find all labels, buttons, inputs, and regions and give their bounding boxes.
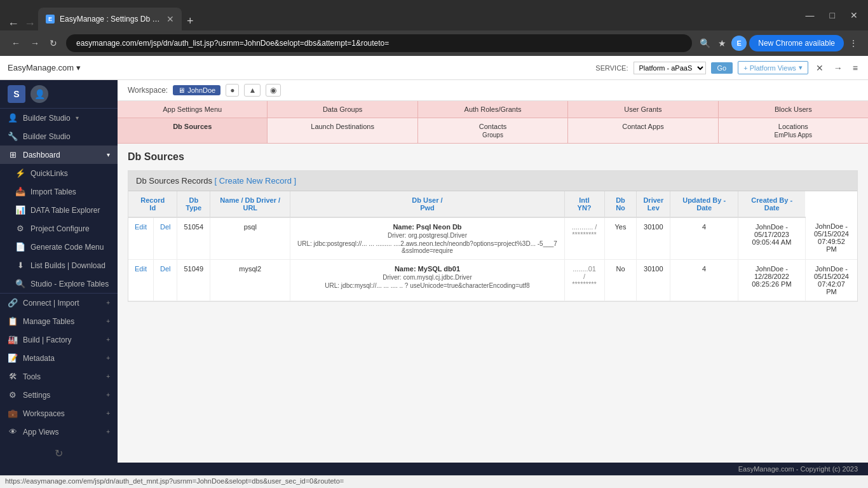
tab-title: EasyManage : Settings Db Sour... xyxy=(60,15,161,24)
workspaces-icon: 💼 xyxy=(8,409,18,418)
nav-tab-db-sources[interactable]: Db Sources xyxy=(118,118,268,143)
sidebar-project-configure-label: Project Configure xyxy=(31,224,90,233)
platform-views-button[interactable]: + Platform Views ▾ xyxy=(738,61,808,74)
app-logo[interactable]: EasyManage.com ▾ xyxy=(8,63,81,72)
nav-tab-app-settings[interactable]: App Settings Menu xyxy=(118,101,268,118)
app-logo-arrow: ▾ xyxy=(76,63,81,72)
settings-expand-icon: + xyxy=(106,391,110,398)
sidebar-item-quicklinks[interactable]: ⚡ QuickLinks xyxy=(0,164,118,182)
window-controls: — □ ✕ xyxy=(801,8,863,23)
user-avatar-icon: 👤 xyxy=(31,85,48,103)
nav-tab-contacts[interactable]: Contacts Groups xyxy=(418,118,568,143)
app-views-expand-icon: + xyxy=(106,428,110,435)
sidebar-builder-studio-label: Builder Studio xyxy=(23,132,71,141)
edit-link-1[interactable]: Edit xyxy=(128,217,153,260)
sidebar-item-metadata[interactable]: 📝 Metadata + xyxy=(0,349,118,367)
create-new-record-link[interactable]: [ Create New Record ] xyxy=(215,176,297,186)
sidebar-item-build-factory[interactable]: 🏭 Build | Factory + xyxy=(0,330,118,349)
page-title: Db Sources xyxy=(128,151,858,163)
service-select[interactable]: Platform - aPaaS xyxy=(634,62,706,74)
db-user-pwd-2: ........01 / ********* xyxy=(564,260,604,301)
new-chrome-button[interactable]: New Chrome available xyxy=(749,35,844,51)
refresh-button[interactable]: ↻ xyxy=(46,36,61,51)
sidebar-item-app-views[interactable]: 👁 App Views + xyxy=(0,423,118,441)
del-link-1[interactable]: Del xyxy=(153,217,177,260)
sidebar-item-builder-studio[interactable]: 🔧 Builder Studio xyxy=(0,127,118,146)
workspace-badge[interactable]: 🖥 JohnDoe xyxy=(173,85,220,95)
records-section: Db Sources Records [ Create New Record ]… xyxy=(128,170,858,302)
nav-tab-block-users[interactable]: Block Users xyxy=(719,101,868,118)
record-id-1: 51054 xyxy=(177,217,210,260)
nav-icon[interactable]: → xyxy=(831,62,845,74)
sidebar-bottom: ↻ xyxy=(0,441,118,466)
nav-forward[interactable]: → xyxy=(22,17,38,30)
address-input[interactable] xyxy=(66,34,692,52)
user-icon: 👤 xyxy=(8,113,18,123)
nav-tab-user-grants[interactable]: User Grants xyxy=(568,101,718,118)
edit-link-2[interactable]: Edit xyxy=(128,260,153,301)
nav-tab-contact-apps[interactable]: Contact Apps xyxy=(568,118,718,143)
workspace-icon-2[interactable]: ▲ xyxy=(244,84,261,97)
sidebar-item-generate-code[interactable]: 📄 Generate Code Menu xyxy=(0,238,118,256)
nav-back[interactable]: ← xyxy=(5,17,22,30)
new-tab-button[interactable]: + xyxy=(182,12,199,30)
app-wrapper: EasyManage.com ▾ SERVICE: Platform - aPa… xyxy=(0,56,868,475)
app-logo-text: EasyManage.com xyxy=(8,63,74,72)
col-header-db-no: Db No xyxy=(604,191,637,217)
active-tab[interactable]: E EasyManage : Settings Db Sour... ✕ xyxy=(38,8,182,30)
project-configure-icon: ⚙ xyxy=(15,224,25,233)
forward-button[interactable]: → xyxy=(27,36,43,51)
sidebar-item-dashboard[interactable]: ⊞ Dashboard ▾ xyxy=(0,146,118,164)
sidebar-section-connect: 🔗 Connect | Import + xyxy=(0,293,118,312)
sidebar-logo-icon: S xyxy=(8,85,25,103)
workspace-icon-3[interactable]: ◉ xyxy=(266,84,281,97)
sidebar-item-user[interactable]: 👤 Builder Studio ▾ xyxy=(0,109,118,127)
address-nav: ← → ↻ xyxy=(8,36,61,51)
settings-icon: ⚙ xyxy=(8,390,18,400)
intl-2: No xyxy=(604,260,637,301)
sidebar-item-workspaces[interactable]: 💼 Workspaces + xyxy=(0,404,118,423)
refresh-icon[interactable]: ↻ xyxy=(55,447,63,459)
sidebar-item-studio-explore[interactable]: 🔍 Studio - Explore Tables xyxy=(0,274,118,293)
workspace-icon-1[interactable]: ● xyxy=(226,84,239,97)
close-button[interactable]: ✕ xyxy=(845,8,863,23)
bookmark-icon[interactable]: ★ xyxy=(715,36,729,51)
sidebar-data-explorer-label: DATA Table Explorer xyxy=(31,206,100,215)
sidebar-item-import-tables[interactable]: 📥 Import Tables xyxy=(0,182,118,201)
tab-close-btn[interactable]: ✕ xyxy=(166,14,174,24)
sidebar-item-manage-tables[interactable]: 📋 Manage Tables + xyxy=(0,312,118,330)
sidebar-item-settings[interactable]: ⚙ Settings + xyxy=(0,386,118,404)
more-icon[interactable]: ⋮ xyxy=(846,36,860,51)
nav-tab-auth-roles[interactable]: Auth Roles/Grants xyxy=(418,101,568,118)
import-tables-icon: 📥 xyxy=(15,187,25,196)
name-driver-url-2: Name: MySQL db01 Driver: com.mysql.cj.jd… xyxy=(290,260,564,301)
workspace-badge-text: JohnDoe xyxy=(187,86,215,94)
profile-avatar[interactable]: E xyxy=(731,36,747,51)
clear-icon[interactable]: ✕ xyxy=(813,62,826,74)
nav-tab-locations[interactable]: Locations EmPlus Apps xyxy=(719,118,868,143)
platform-views-arrow: ▾ xyxy=(799,64,803,72)
records-header: Db Sources Records [ Create New Record ] xyxy=(128,171,857,191)
app-views-icon: 👁 xyxy=(8,427,18,437)
sidebar-item-data-explorer[interactable]: 📊 DATA Table Explorer xyxy=(0,201,118,219)
search-icon[interactable]: 🔍 xyxy=(697,36,713,51)
menu-icon[interactable]: ≡ xyxy=(850,62,860,74)
back-button[interactable]: ← xyxy=(8,36,24,51)
manage-tables-icon: 📋 xyxy=(8,316,18,326)
minimize-button[interactable]: — xyxy=(801,8,820,23)
sidebar-item-project-configure[interactable]: ⚙ Project Configure xyxy=(0,219,118,238)
go-button[interactable]: Go xyxy=(711,62,733,74)
nav-tab-data-groups[interactable]: Data Groups xyxy=(268,101,417,118)
sidebar-build-factory-label: Build | Factory xyxy=(23,336,71,344)
sidebar-item-list-builds[interactable]: ⬇ List Builds | Download xyxy=(0,256,118,274)
sidebar-item-connect-import[interactable]: 🔗 Connect | Import + xyxy=(0,294,118,312)
table-row: Edit Del 51049 mysql2 Name: MySQL db01 D… xyxy=(128,260,857,301)
sidebar-item-tools[interactable]: 🛠 Tools + xyxy=(0,367,118,386)
name-driver-url-1: Name: Psql Neon Db Driver: org.postgresq… xyxy=(290,217,564,260)
del-link-2[interactable]: Del xyxy=(153,260,177,301)
maximize-button[interactable]: □ xyxy=(825,8,840,23)
record-id-2: 51049 xyxy=(177,260,210,301)
nav-tab-launch-destinations[interactable]: Launch Destinations xyxy=(268,118,417,143)
generate-code-icon: 📄 xyxy=(15,242,25,252)
tab-favicon: E xyxy=(46,15,55,24)
